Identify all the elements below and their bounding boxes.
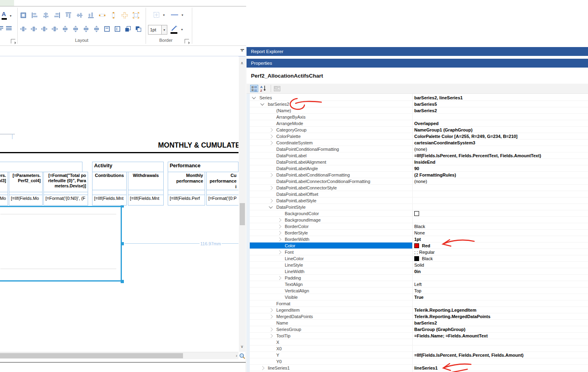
property-value[interactable] [414,211,586,216]
property-row-textalign[interactable]: TextAlign Left [247,281,588,288]
property-row-coordinatesystem[interactable]: CoordinateSystem cartesianCoordinateSyst… [247,140,588,146]
report-cell[interactable]: [=IIf(Fields.Mnt [92,195,127,206]
report-cell[interactable]: [=IIf(Fields.Mo [9,195,43,206]
report-cell[interactable]: [=IIf(Fields.Mnt [128,195,164,206]
property-value[interactable]: cartesianCoordinateSystem3 [414,140,586,145]
expand-arrow[interactable] [252,95,256,99]
property-row-y0[interactable]: Y0 [247,358,588,365]
property-value[interactable]: ColorPalette Color [A=255, R=249, G=234,… [414,134,586,139]
property-value[interactable]: (2 FormattingRules) [414,173,586,177]
border-style-button[interactable] [153,11,160,18]
report-cell[interactable]: [=Format('{0:P [206,195,238,206]
expand-arrow[interactable] [278,218,281,222]
vertical-scroll-thumb[interactable] [240,203,245,225]
property-row-datapointconditionalformatting[interactable]: DataPointConditionalFormatting (none) [247,146,588,152]
vertical-scrollbar[interactable]: ∧ ∨ [239,57,245,352]
report-cell[interactable]: [=Parameters. Perf2_col4] [9,172,43,192]
property-row--name-[interactable]: (Name) barSeries2 [247,107,588,114]
property-value[interactable]: True [414,295,586,300]
expand-arrow[interactable] [278,224,281,228]
border-dialog-launcher[interactable] [185,39,189,43]
expand-arrow[interactable] [278,250,281,254]
align-centers-button[interactable] [41,10,51,20]
property-value[interactable]: Black [414,224,586,229]
property-row-borderwidth[interactable]: BorderWidth 1pt [247,236,588,243]
expand-arrow[interactable] [269,141,273,144]
size-to-grid-button[interactable] [131,10,141,20]
property-value[interactable]: barSeries5 [414,102,586,107]
increase-horizontal-spacing-button[interactable] [29,24,39,34]
remove-vertical-spacing-button[interactable] [92,24,101,34]
expand-arrow[interactable] [269,334,273,337]
align-middles-button[interactable] [75,10,84,20]
bring-to-front-button[interactable] [123,24,133,34]
scroll-right-icon[interactable]: › [236,354,237,358]
selection-handle-middle-right[interactable] [121,242,124,245]
property-value[interactable]: 1pt [414,237,586,242]
report-cell[interactable]: [=Format("Total po rtefeuille {0}", Para… [43,172,88,192]
property-row-series[interactable]: Series barSeries2, lineSeries1 [247,95,588,101]
border-style-dropdown-icon[interactable]: ▼ [162,14,165,16]
property-value[interactable]: barSeries2 [414,321,586,325]
font-color-button[interactable]: A [2,10,7,20]
report-cell[interactable]: [=Parameters. Perf2_col3] [0,172,8,192]
property-value[interactable]: InsideEnd [414,160,586,164]
property-row-datapointlabelstyle[interactable]: DataPointLabelStyle [247,197,588,204]
property-row-mergeddatapoints[interactable]: MergedDataPoints Telerik.Reporting.Merge… [247,313,588,320]
properties-header[interactable]: Properties [247,59,588,68]
remove-horizontal-spacing-button[interactable] [50,24,60,34]
property-row-visible[interactable]: Visible True [247,294,588,300]
property-row-verticalalign[interactable]: VerticalAlign Top [247,288,588,294]
property-row-datapointlabelconditionalformatting[interactable]: DataPointLabelConditionalFormatting (2 F… [247,172,588,178]
scroll-up-icon[interactable]: ∧ [241,61,243,65]
expand-arrow[interactable] [269,199,273,202]
property-value[interactable]: Black [414,256,586,261]
report-cell[interactable]: Cu performance i [206,172,238,190]
expand-arrow[interactable] [261,366,264,370]
property-value[interactable]: None [414,230,586,235]
property-value[interactable]: ; ; Regular [414,250,586,255]
property-row-name[interactable]: Name barSeries2 [247,320,588,326]
alphabetical-sort-icon[interactable]: AZ [259,85,267,92]
horizontal-scroll-thumb[interactable] [0,353,183,358]
property-row-lineseries1[interactable]: lineSeries1 lineSeries1 [247,365,588,371]
border-width-combo[interactable]: 1pt ▼ [148,25,167,35]
property-row-backgroundcolor[interactable]: BackgroundColor [247,210,588,217]
send-to-back-button[interactable] [134,24,143,34]
property-value[interactable]: Solid [414,263,586,267]
collapse-panel-button[interactable]: ▼ [239,48,245,54]
make-same-size-button[interactable] [120,10,130,20]
property-row-colorpalette[interactable]: ColorPalette ColorPalette Color [A=255, … [247,133,588,140]
expand-arrow[interactable] [269,205,273,208]
property-value[interactable]: (none) [414,179,586,184]
line-color-dropdown-icon[interactable]: ▼ [181,28,183,31]
property-row-datapointlabel[interactable]: DataPointLabel =IIf(Fields.IsPercent, Fi… [247,152,588,159]
property-row-legenditem[interactable]: LegendItem Telerik.Reporting.LegendItem [247,307,588,313]
property-value[interactable]: Red [414,243,586,248]
report-cell[interactable]: Contributions [92,172,127,190]
property-row-linewidth[interactable]: LineWidth 0in [247,268,588,275]
property-value[interactable]: (none) [414,147,586,152]
line-style-button[interactable] [171,12,179,18]
property-row-categorygroup[interactable]: CategoryGroup NameGroup1 (GraphGroup) [247,127,588,133]
report-cell[interactable]: Performance [168,162,238,172]
categorized-icon[interactable] [250,85,258,92]
expand-arrow[interactable] [269,314,273,318]
property-row-datapointlabelconnectorstyle[interactable]: DataPointLabelConnectorStyle [247,185,588,191]
justify-left-icon[interactable] [0,26,4,31]
property-row-tooltip[interactable]: ToolTip =Fields.Name; =Fields.AmountText [247,333,588,339]
property-row-font[interactable]: Font ; ; Regular [247,249,588,255]
expand-arrow[interactable] [269,186,273,189]
expand-arrow[interactable] [269,128,273,132]
expand-arrow[interactable] [278,231,281,234]
property-row-arrangebyaxis[interactable]: ArrangeByAxis [247,114,588,120]
property-row-linecolor[interactable]: LineColor Black [247,255,588,262]
align-bottom-edges-button[interactable] [86,10,96,20]
expand-arrow[interactable] [269,327,273,331]
increase-vertical-spacing-button[interactable] [71,24,80,34]
property-row-backgroundimage[interactable]: BackgroundImage [247,217,588,223]
property-value[interactable]: Left [414,282,586,287]
make-same-height-button[interactable] [109,10,118,20]
scroll-down-icon[interactable]: ∨ [241,345,243,349]
report-explorer-header[interactable]: Report Explorer [247,47,588,56]
